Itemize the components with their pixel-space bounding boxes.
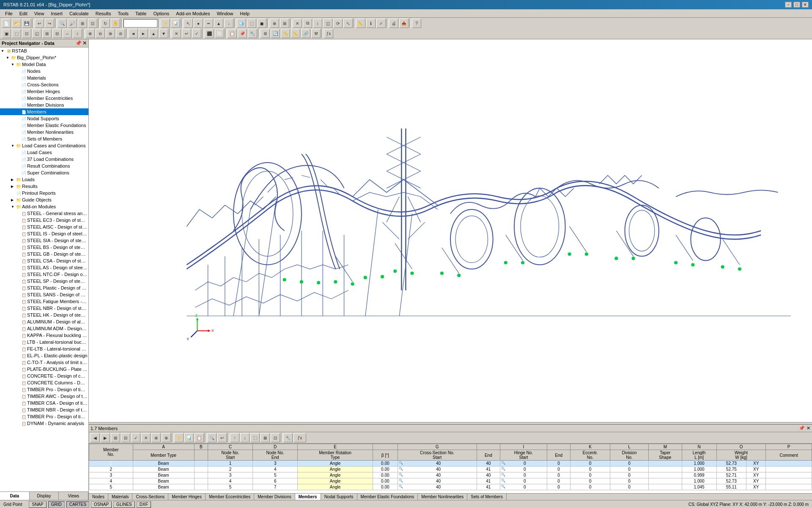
tree-item-load-cases-combinations[interactable]: ▼ 📁 Load Cases and Combinations [0, 142, 88, 149]
tb-open[interactable]: 📂 [12, 19, 21, 28]
tb2-23[interactable]: 📌 [238, 29, 247, 38]
tree-item-timber-awc[interactable]: 📋 TIMBER AWC - Design of timber m [0, 393, 88, 400]
table-tab-member-hinges[interactable]: Member Hinges [168, 494, 206, 500]
tb2-16[interactable]: ▼ [159, 29, 168, 38]
tb-calc[interactable]: ⚡ [161, 19, 170, 28]
tree-item-steel-as[interactable]: 📋 STEEL AS - Design of steel membe [0, 264, 88, 271]
tb-zoom-all[interactable]: ⊞ [78, 19, 87, 28]
tb2-1[interactable]: ▣ [2, 29, 11, 38]
tree-item-steel-plastic[interactable]: 📋 STEEL Plastic - Design of steel mer [0, 284, 88, 291]
table-row[interactable]: 5 Beam 5 7 Angle 0.00 🔍 40 41 🔍 0 0 0 0 … [89, 484, 812, 490]
nav-pin[interactable]: 📌 [75, 40, 82, 46]
tree-item-member-elastic-foundations[interactable]: 📄 Member Elastic Foundations [0, 122, 88, 129]
bt-tb4[interactable]: ⊟ [121, 433, 130, 442]
tb-3dview[interactable]: 🧊 [237, 19, 246, 28]
nav-tab-views[interactable]: Views [59, 492, 88, 500]
menu-calculate[interactable]: Calculate [66, 10, 92, 17]
bt-tb13[interactable]: ↩ [217, 433, 227, 442]
tb2-10[interactable]: ⊖ [96, 29, 105, 38]
tb2-3[interactable]: ⊡ [22, 29, 31, 38]
table-tab-member-eccentricities[interactable]: Member Eccentricities [206, 494, 254, 500]
table-row[interactable]: 4 Beam 4 6 Angle 0.00 🔍 40 41 🔍 0 0 0 0 … [89, 478, 812, 484]
tree-item-steel-ntcdf[interactable]: 📋 STEEL NTC-DF - Design of steel m [0, 271, 88, 278]
tb-wireframe[interactable]: ⬚ [247, 19, 256, 28]
tb-rotate2[interactable]: ⟳ [333, 19, 343, 28]
menu-window[interactable]: Window [213, 10, 236, 17]
tree-item-rstab[interactable]: ▼ 🖥 RSTAB [0, 47, 88, 54]
tree-item-steel-nbr[interactable]: 📋 STEEL NBR - Design of steel memb [0, 305, 88, 312]
tb-check[interactable]: ✓ [376, 19, 386, 28]
tree-item-cross-sections[interactable]: 📄 Cross-Sections [0, 81, 88, 88]
nav-tab-display[interactable]: Display [30, 492, 59, 500]
status-btn-cartes[interactable]: CARTES [66, 501, 89, 508]
tree-item-timber-pro2[interactable]: 📋 TIMBER Pro - Design of timber me [0, 413, 88, 420]
table-tab-member-elastic-foundations[interactable]: Member Elastic Foundations [357, 494, 418, 500]
tb-rotate[interactable]: ↻ [101, 19, 110, 28]
tb2-6[interactable]: ⊟ [52, 29, 62, 38]
tb2-5[interactable]: ⊞ [42, 29, 52, 38]
tree-item-aluminum-adm[interactable]: 📋 ALUMINUM ADM - Design of alu [0, 325, 88, 332]
tree-item-member-eccentricities[interactable]: 📄 Member Eccentricities [0, 95, 88, 102]
tree-item-timber-nbr[interactable]: 📋 TIMBER NBR - Design of timber m [0, 406, 88, 413]
tree-item-nodal-supports[interactable]: 📄 Nodal Supports [0, 115, 88, 122]
tb-render[interactable]: ◼ [257, 19, 266, 28]
bt-tb3[interactable]: ⊞ [111, 433, 120, 442]
table-tab-cross-sections[interactable]: Cross-Sections [132, 494, 168, 500]
tb-results[interactable]: 📊 [171, 19, 180, 28]
tb-copy[interactable]: ⧉ [303, 19, 312, 28]
tb-zoom-in[interactable]: 🔍 [58, 19, 67, 28]
tb-zoom-sel[interactable]: ⊡ [88, 19, 97, 28]
tb2-29[interactable]: 🔗 [301, 29, 310, 38]
tb-support[interactable]: ▲ [214, 19, 223, 28]
bt-tb16[interactable]: ⬚ [250, 433, 260, 442]
tb2-12[interactable]: ⊘ [116, 29, 125, 38]
tb-save[interactable]: 💾 [22, 19, 31, 28]
status-btn-grid[interactable]: GRID [48, 501, 65, 508]
tb2-27[interactable]: 📏 [281, 29, 290, 38]
tb-info[interactable]: ℹ [366, 19, 376, 28]
menu-tools[interactable]: Tools [114, 10, 132, 17]
status-btn-dxf[interactable]: DXF [137, 501, 151, 508]
menu-file[interactable]: File [2, 10, 16, 17]
tb-export[interactable]: 📤 [399, 19, 409, 28]
tb2-13[interactable]: ◄ [129, 29, 138, 38]
tree-item-member-divisions[interactable]: 📄 Member Divisions [0, 102, 88, 108]
tb-undo[interactable]: ↩ [35, 19, 44, 28]
tb2-14[interactable]: ► [139, 29, 148, 38]
tb2-8[interactable]: ↕ [73, 29, 82, 38]
menu-edit[interactable]: Edit [16, 10, 31, 17]
menu-view[interactable]: View [31, 10, 48, 17]
tree-item-member-nonlinearities[interactable]: 📄 Member Nonlinearities [0, 129, 88, 135]
tb2-2[interactable]: ⬚ [12, 29, 21, 38]
lc-selector[interactable]: LC1 - g [123, 19, 157, 28]
status-btn-osnap[interactable]: OSNAP [91, 501, 112, 508]
tb2-fx[interactable]: ƒx [324, 29, 333, 38]
tb2-26[interactable]: 🔄 [271, 29, 280, 38]
nav-tab-data[interactable]: Data [0, 492, 30, 500]
bt-tb18[interactable]: ⊡ [271, 433, 280, 442]
tree-item-printout-reports[interactable]: 📄 Printout Reports [0, 190, 88, 196]
tb2-24[interactable]: 🔧 [248, 29, 257, 38]
tb2-17[interactable]: ✕ [172, 29, 181, 38]
table-tab-materials[interactable]: Materials [108, 494, 133, 500]
tree-item-timber-pro[interactable]: 📋 TIMBER Pro - Design of timber me [0, 386, 88, 393]
viewport-3d[interactable]: X Z Y [89, 39, 812, 422]
tree-item-el-pl[interactable]: 📋 EL-PL - Elastic-plastic design [0, 352, 88, 359]
bt-tb2[interactable]: ▶ [101, 433, 110, 442]
tree-item-ltb[interactable]: 📋 LTB - Lateral-torsional buckling ar [0, 339, 88, 345]
tree-item-nodes[interactable]: 📄 Nodes [0, 68, 88, 75]
status-btn-glines[interactable]: GLINES [113, 501, 135, 508]
tb-select[interactable]: ↖ [184, 19, 193, 28]
table-row[interactable]: 1 Beam 1 3 Angle 0.00 🔍 40 40 🔍 0 0 0 0 … [89, 461, 812, 467]
tree-item-steel-ec3[interactable]: 📋 STEEL EC3 - Design of steel memb [0, 217, 88, 224]
bt-tb1[interactable]: ◀ [91, 433, 100, 442]
tb-zoom-out[interactable]: 🔎 [68, 19, 77, 28]
tree-item-steel-sia[interactable]: 📋 STEEL SIA - Design of steel memb [0, 237, 88, 244]
tree-item-load-cases[interactable]: 📄 Load Cases [0, 149, 88, 156]
tree-item-big-dipper[interactable]: ▼ 📁 Big_Dipper_Plohn* [0, 54, 88, 61]
tree-item-members[interactable]: 📄 Members [0, 108, 88, 115]
bt-tb8[interactable]: ⊗ [162, 433, 171, 442]
bottom-panel-close[interactable]: ✕ [807, 425, 810, 431]
bt-tb6[interactable]: ✕ [141, 433, 151, 442]
tb2-19[interactable]: ✓ [192, 29, 201, 38]
